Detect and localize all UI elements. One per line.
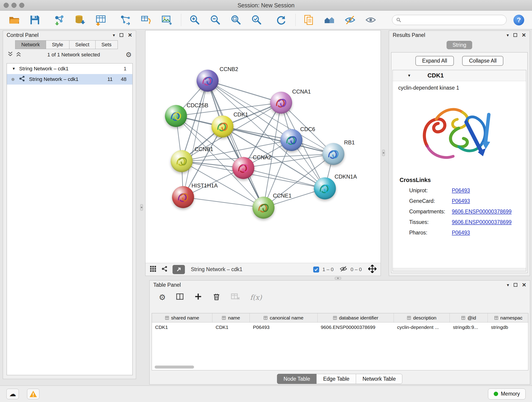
float-panel-icon[interactable] — [513, 33, 517, 37]
import-table-button[interactable] — [94, 13, 107, 27]
collapse-panel-icon[interactable]: ▾ — [507, 282, 509, 288]
tree-collapse-all-button[interactable] — [7, 51, 13, 59]
network-node-CCNA1[interactable] — [270, 92, 292, 114]
float-panel-icon[interactable] — [514, 283, 517, 287]
crosslink-link[interactable]: P06493 — [452, 198, 470, 204]
splitter-handle[interactable] — [335, 277, 341, 280]
open-session-button[interactable] — [8, 13, 21, 27]
search-input[interactable] — [404, 17, 503, 23]
zoom-out-button[interactable] — [209, 13, 222, 27]
add-column-button[interactable] — [194, 293, 202, 302]
grid-icon — [150, 265, 157, 272]
network-collection-row[interactable]: ▼ String Network – cdk1 1 — [7, 64, 133, 74]
network-edge[interactable] — [183, 81, 208, 197]
collapse-panel-icon[interactable]: ▾ — [113, 32, 115, 38]
hidden-toggle[interactable] — [340, 266, 347, 274]
tab-sets[interactable]: Sets — [95, 40, 118, 49]
function-builder-button[interactable]: f(x) — [250, 293, 262, 301]
selected-nodes-checkbox[interactable] — [313, 267, 319, 273]
collapse-all-button[interactable]: Collapse All — [462, 56, 503, 66]
memory-button[interactable]: Memory — [488, 389, 526, 400]
splitter-handle[interactable] — [140, 204, 143, 211]
clone-network-button[interactable] — [140, 13, 152, 27]
pan-mode-button[interactable] — [368, 265, 376, 274]
select-columns-button[interactable] — [176, 293, 184, 302]
network-node-CDK1[interactable] — [211, 115, 234, 138]
table-horizontal-scrollbar[interactable] — [155, 366, 194, 369]
import-network-icon — [54, 14, 65, 26]
grid-view-button[interactable] — [150, 265, 157, 274]
delete-table-button[interactable] — [231, 293, 240, 302]
zoom-selected-button[interactable] — [250, 13, 263, 27]
column-header[interactable]: canonical name — [250, 313, 317, 322]
network-canvas[interactable]: CCNB2CCNA1CDC25BCDK1CDC6RB1CCNB1CCNA2CDK… — [146, 31, 380, 263]
zoom-window-button[interactable] — [19, 3, 24, 8]
close-window-button[interactable] — [4, 3, 9, 8]
network-node-CDKN1A[interactable] — [314, 177, 336, 199]
column-header[interactable]: namespac — [488, 313, 528, 322]
table-panel-title: Table Panel — [153, 282, 181, 288]
warnings-button[interactable] — [27, 389, 39, 399]
crosslink-link[interactable]: P06493 — [452, 187, 470, 194]
tree-expanded-icon[interactable]: ▼ — [12, 67, 16, 71]
show-graphics-button[interactable] — [364, 13, 377, 27]
close-panel-icon[interactable]: ✕ — [522, 32, 526, 38]
table-options-gear-icon[interactable]: ⚙ — [159, 293, 166, 301]
network-node-CDC25B[interactable] — [165, 105, 187, 127]
import-network-file-button[interactable] — [53, 13, 66, 27]
tab-edge-table[interactable]: Edge Table — [317, 374, 356, 384]
network-node-CCNB1[interactable] — [171, 150, 193, 172]
network-node-HIST1H1A[interactable] — [172, 186, 194, 208]
crosslink-link[interactable]: 9606.ENSP00000378699 — [452, 219, 512, 225]
crosslink-link[interactable]: 9606.ENSP00000378699 — [452, 209, 512, 215]
zoom-in-button[interactable] — [188, 13, 201, 27]
tab-select[interactable]: Select — [69, 40, 95, 49]
close-panel-icon[interactable]: ✕ — [128, 32, 132, 38]
delete-column-button[interactable] — [212, 293, 221, 302]
results-scrollbar[interactable] — [393, 268, 526, 271]
cloud-status-button[interactable]: ☁ — [6, 389, 19, 399]
network-row[interactable]: String Network – cdk1 11 48 — [7, 74, 133, 85]
tab-string[interactable]: String — [447, 41, 472, 49]
column-header[interactable]: shared name — [152, 313, 212, 322]
tab-network-table[interactable]: Network Table — [356, 374, 402, 384]
refresh-view-button[interactable] — [275, 13, 288, 27]
network-style-button[interactable] — [161, 265, 168, 274]
tab-node-table[interactable]: Node Table — [277, 374, 317, 384]
crosslink-link[interactable]: P06493 — [452, 230, 470, 236]
column-header[interactable]: database identifier — [317, 313, 394, 322]
network-edge[interactable] — [183, 197, 264, 208]
splitter-handle[interactable] — [382, 150, 385, 156]
tab-network[interactable]: Network — [15, 40, 46, 49]
gene-expand-icon[interactable]: ▼ — [407, 74, 411, 78]
tree-expand-all-button[interactable] — [15, 51, 22, 59]
network-options-gear-icon[interactable]: ⚙ — [126, 51, 132, 58]
tab-style[interactable]: Style — [46, 40, 70, 49]
network-node-RB1[interactable] — [322, 143, 344, 165]
annotation-button[interactable] — [302, 13, 315, 27]
collapse-panel-icon[interactable]: ▾ — [507, 32, 509, 38]
import-network-database-button[interactable] — [74, 13, 87, 27]
minimize-window-button[interactable] — [12, 3, 17, 8]
column-header[interactable]: name — [212, 313, 250, 322]
zoom-fit-button[interactable] — [229, 13, 242, 27]
float-panel-icon[interactable] — [120, 33, 123, 37]
hide-graphics-button[interactable] — [344, 13, 356, 27]
network-node-CDC6[interactable] — [280, 129, 302, 151]
close-panel-icon[interactable]: ✕ — [522, 282, 526, 288]
home-view-button[interactable] — [323, 13, 336, 27]
table-row[interactable]: CDK1 CDK1 P06493 9606.ENSP00000378699 cy… — [152, 322, 528, 332]
control-panel-tabs: Network Style Select Sets — [3, 39, 136, 49]
column-header[interactable]: description — [394, 313, 450, 322]
network-node-CCNB2[interactable] — [196, 70, 219, 92]
network-node-CCNE1[interactable] — [253, 197, 274, 219]
save-session-button[interactable] — [28, 13, 41, 27]
expand-all-button[interactable]: Expand All — [415, 56, 454, 66]
export-image-button[interactable] — [160, 13, 173, 27]
help-button[interactable]: ? — [513, 15, 524, 26]
eye-slash-icon — [344, 14, 356, 26]
column-header[interactable]: @id — [450, 313, 488, 322]
detach-view-button[interactable] — [172, 265, 185, 274]
network-node-CCNA2[interactable] — [232, 157, 254, 179]
new-network-from-selection-button[interactable] — [119, 13, 132, 27]
